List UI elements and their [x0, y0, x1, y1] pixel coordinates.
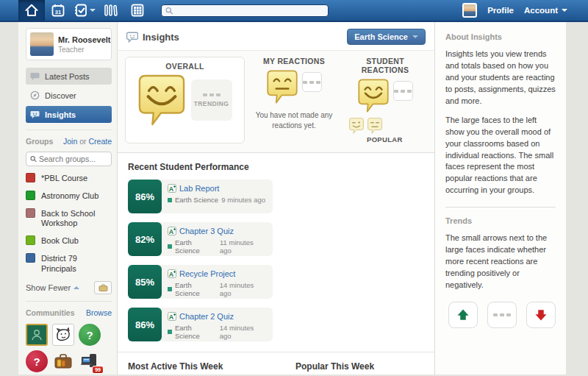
groups-or-label: or	[79, 137, 86, 146]
divider	[26, 130, 112, 130]
user-avatar	[30, 32, 54, 56]
score-tile: 86%	[128, 180, 162, 213]
group-item[interactable]: Astronomy Club	[26, 191, 112, 202]
planner-button[interactable]	[71, 0, 98, 21]
person-outline-icon	[30, 328, 43, 341]
library-button[interactable]	[98, 0, 124, 21]
question-mark-glyph: ?	[33, 355, 40, 368]
assignment-title-link[interactable]: Chapter 2 Quiz	[179, 312, 234, 321]
score-tile: 85%	[128, 265, 162, 299]
archived-groups-button[interactable]	[94, 281, 112, 294]
sidebar-item-latest-posts[interactable]: Latest Posts	[26, 68, 112, 85]
student-reactions-label: STUDENT REACTIONS	[343, 57, 427, 74]
group-filter-label: Earth Science	[354, 32, 408, 41]
group-filter-button[interactable]: Earth Science	[347, 29, 426, 45]
performance-section-title: Recent Student Performance	[128, 162, 426, 172]
about-sidebar: About Insights Insights lets you view tr…	[435, 22, 566, 375]
account-menu[interactable]: Account	[524, 6, 567, 15]
group-search-box[interactable]	[26, 152, 112, 166]
trending-label: TRENDING	[194, 100, 229, 107]
grade-a-plus-icon: A	[168, 269, 176, 278]
account-dropdown-caret-icon	[562, 9, 567, 12]
group-item[interactable]: District 79 Principals	[26, 253, 112, 274]
sidebar-item-insights[interactable]: Insights	[26, 106, 112, 123]
neutral-trend-dots-icon	[303, 81, 320, 84]
neutral-trend-dots-icon	[394, 90, 412, 93]
trends-text: The small arrows next to the large faces…	[445, 233, 556, 291]
panther-sketch-icon	[54, 327, 72, 343]
svg-text:A: A	[169, 228, 174, 235]
community-question-red-avatar[interactable]: ?	[26, 350, 48, 372]
performance-card[interactable]: 86% A Lab Report Earth Scie	[128, 180, 273, 213]
svg-text:A: A	[169, 271, 174, 278]
divider	[26, 301, 112, 302]
assignment-time: 9 minutes ago	[221, 196, 267, 204]
overall-trend-box: TRENDING	[191, 79, 232, 121]
apps-grid-button[interactable]	[124, 0, 151, 21]
planner-dropdown-caret-icon	[90, 9, 96, 12]
left-sidebar: Mr. Roosevelt Teacher Latest Posts Disco…	[18, 22, 118, 375]
overall-reaction-card: OVERALL TRENDING	[125, 57, 245, 143]
assignment-time: 14 minutes ago	[220, 281, 267, 297]
my-reactions-section: MY REACTIONS You have not made any re	[251, 57, 337, 143]
compass-icon	[30, 91, 40, 100]
trend-down-arrow-icon	[534, 308, 548, 322]
score-tile: 86%	[128, 308, 162, 341]
group-label: *PBL Course	[41, 173, 87, 184]
assignment-title-link[interactable]: Lab Report	[179, 184, 219, 193]
most-active-title: Most Active This Week	[128, 361, 288, 372]
community-devices-avatar[interactable]: 99	[79, 350, 101, 372]
trend-neutral-tile	[487, 302, 517, 328]
group-label: District 79 Principals	[41, 253, 112, 274]
community-question-green-avatar[interactable]: ?	[79, 324, 101, 346]
communities-browse-link[interactable]: Browse	[86, 308, 112, 317]
user-profile-card[interactable]: Mr. Roosevelt Teacher	[26, 28, 112, 60]
groups-section-title: Groups	[26, 137, 53, 146]
group-item[interactable]: *PBL Course	[26, 173, 112, 184]
calendar-button[interactable]: 31	[45, 0, 71, 21]
popular-title: Popular This Week	[295, 361, 426, 372]
about-paragraph-2: The large faces to the left show you the…	[445, 115, 556, 197]
sidebar-item-label: Discover	[45, 91, 76, 100]
group-item[interactable]: Back to School Workshop	[26, 208, 112, 230]
groups-join-link[interactable]: Join	[63, 137, 77, 146]
assignment-group: Earth Science	[175, 196, 218, 204]
home-button[interactable]	[18, 0, 45, 21]
show-fewer-toggle[interactable]: Show Fewer	[26, 283, 71, 292]
group-item[interactable]: Book Club	[26, 235, 112, 246]
insights-bubble-icon	[30, 110, 40, 119]
neutral-trend-dots-icon	[493, 313, 511, 316]
global-search-input[interactable]	[176, 7, 324, 15]
sidebar-item-discover[interactable]: Discover	[26, 87, 112, 104]
assignment-time: 11 minutes ago	[220, 238, 267, 255]
grade-a-plus-icon: A	[168, 184, 176, 193]
group-label: Book Club	[41, 235, 79, 246]
community-briefcase-avatar[interactable]	[52, 350, 74, 372]
assignment-title-link[interactable]: Recycle Project	[179, 269, 235, 278]
grade-a-plus-icon: A	[168, 312, 176, 321]
popular-label: POPULAR	[367, 135, 403, 143]
notification-badge: 99	[92, 366, 104, 374]
performance-card[interactable]: 85% A Recycle Project Earth	[128, 265, 273, 299]
about-insights-title: About Insights	[445, 32, 556, 41]
communities-section-title: Communities	[26, 308, 75, 317]
community-chalkboard-avatar[interactable]	[26, 324, 48, 346]
groups-create-link[interactable]: Create	[88, 137, 112, 146]
assignment-time: 14 minutes ago	[220, 324, 267, 340]
my-reactions-empty-text: You have not made any reactions yet.	[250, 110, 338, 130]
group-search-input[interactable]	[39, 155, 107, 163]
trend-up-arrow-icon	[456, 308, 470, 322]
profile-link[interactable]: Profile	[487, 6, 514, 15]
topbar-user-avatar[interactable]	[462, 3, 477, 18]
performance-card[interactable]: 86% A Chapter 2 Quiz Earth	[128, 308, 273, 341]
user-name: Mr. Roosevelt	[58, 35, 111, 44]
popular-wink-face-icon	[349, 118, 364, 134]
global-search-box[interactable]	[161, 4, 329, 17]
briefcase-icon	[98, 284, 108, 291]
assignment-title-link[interactable]: Chapter 3 Quiz	[179, 227, 234, 235]
performance-card[interactable]: 82% A Chapter 3 Quiz Earth	[128, 222, 273, 256]
group-color-dot	[168, 330, 172, 334]
trend-down-tile	[526, 302, 556, 328]
group-label: Astronomy Club	[41, 191, 98, 202]
community-panther-avatar[interactable]	[52, 324, 74, 346]
